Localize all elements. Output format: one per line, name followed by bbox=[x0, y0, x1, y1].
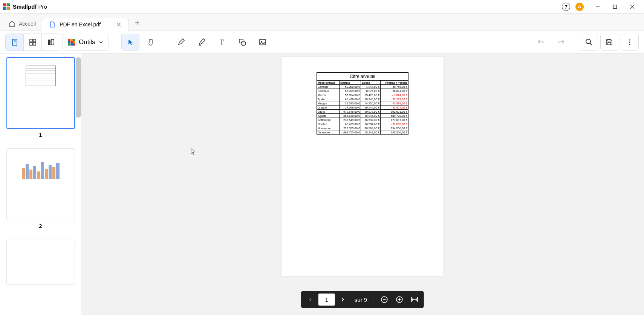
home-icon bbox=[8, 20, 16, 28]
page-number-input[interactable] bbox=[318, 294, 335, 306]
prev-page-button[interactable] bbox=[303, 292, 318, 307]
svg-point-27 bbox=[629, 41, 630, 43]
header-month: Mese Entrate bbox=[317, 81, 340, 85]
window-minimize-button[interactable] bbox=[589, 0, 606, 14]
pencil-tool-button[interactable] bbox=[172, 34, 190, 50]
annual-figures-table: Cifre annuali Mese Entrate Entrate Spese… bbox=[317, 72, 408, 135]
svg-rect-11 bbox=[33, 39, 36, 42]
new-tab-button[interactable]: + bbox=[130, 16, 145, 31]
table-row: Luglio972.546,00 €69.875,00 €902.671,00 … bbox=[317, 110, 408, 114]
table-row: Settembre233.549,00 €56.532,00 €177.017,… bbox=[317, 118, 408, 122]
two-page-icon bbox=[47, 38, 55, 46]
more-menu-button[interactable] bbox=[621, 34, 639, 50]
svg-text:T: T bbox=[220, 38, 224, 46]
view-two-page-button[interactable] bbox=[42, 34, 60, 50]
thumbnail-label-2: 2 bbox=[2, 223, 80, 229]
svg-point-22 bbox=[586, 39, 590, 44]
zoom-in-button[interactable] bbox=[392, 292, 407, 307]
text-tool-button[interactable]: T bbox=[213, 34, 231, 50]
shape-tool-button[interactable] bbox=[233, 34, 251, 50]
sidebar-scrollbar[interactable] bbox=[76, 57, 81, 118]
user-avatar[interactable]: A bbox=[575, 3, 584, 11]
page-controls: sur 9 bbox=[301, 291, 424, 308]
cursor-icon bbox=[127, 38, 134, 46]
table-row: Aprile65.478,00 €98.745,00 €- 33.267,00 … bbox=[317, 97, 408, 101]
highlight-tool-button[interactable] bbox=[193, 34, 211, 50]
svg-point-28 bbox=[629, 44, 630, 45]
thumbnail-sidebar[interactable]: 1 2 bbox=[0, 54, 81, 315]
svg-rect-14 bbox=[48, 40, 50, 45]
table-title: Cifre annuali bbox=[317, 73, 408, 81]
single-page-icon bbox=[11, 38, 19, 46]
svg-rect-15 bbox=[51, 40, 54, 45]
help-icon[interactable]: ? bbox=[562, 3, 570, 11]
table-row: Giugno24.568,00 €66.545,00 €- 41.977,00 … bbox=[317, 106, 408, 110]
next-page-button[interactable] bbox=[336, 292, 350, 307]
svg-rect-12 bbox=[30, 43, 32, 45]
tools-label: Outils bbox=[79, 38, 95, 46]
app-logo-icon bbox=[3, 3, 10, 10]
table-row: Marzo57.654,00 €65.478,00 €- 7.824,00 € bbox=[317, 93, 408, 97]
svg-rect-13 bbox=[33, 43, 36, 45]
tab-bar: Accueil PDF en Excel.pdf + bbox=[0, 14, 644, 31]
app-title: Smallpdf Pro bbox=[13, 3, 47, 10]
save-button[interactable] bbox=[600, 34, 618, 50]
svg-rect-24 bbox=[608, 40, 610, 41]
fit-width-icon bbox=[411, 296, 418, 303]
document-canvas[interactable]: Cifre annuali Mese Entrate Entrate Spese… bbox=[81, 54, 644, 315]
header-income: Entrate bbox=[340, 81, 361, 85]
search-icon bbox=[585, 38, 593, 46]
svg-rect-20 bbox=[260, 40, 266, 45]
search-button[interactable] bbox=[580, 34, 598, 50]
tab-file[interactable]: PDF en Excel.pdf bbox=[42, 18, 129, 31]
file-icon bbox=[49, 21, 56, 28]
table-row: Gennaio50.000,00 €1.244,00 €48.756,00 € bbox=[317, 85, 408, 89]
hand-icon bbox=[147, 38, 154, 46]
svg-point-19 bbox=[241, 41, 246, 46]
header-expenses: Spese bbox=[361, 81, 381, 85]
tools-dropdown[interactable]: Outils bbox=[63, 34, 109, 50]
view-grid-button[interactable] bbox=[24, 34, 42, 50]
chevron-left-icon bbox=[308, 297, 313, 302]
undo-button[interactable] bbox=[532, 34, 550, 50]
tools-grid-icon bbox=[68, 39, 75, 46]
svg-rect-6 bbox=[12, 39, 17, 45]
thumbnail-page-2[interactable] bbox=[6, 148, 75, 220]
pan-tool-button[interactable] bbox=[142, 34, 160, 50]
page-1: Cifre annuali Mese Entrate Entrate Spese… bbox=[281, 57, 444, 276]
thumbnail-label-1: 1 bbox=[2, 132, 80, 138]
table-row: Febbraio65.789,00 €8.975,00 €56.814,00 € bbox=[317, 89, 408, 93]
chevron-down-icon bbox=[99, 40, 103, 44]
zoom-in-icon bbox=[396, 296, 403, 303]
toolbar: Outils T bbox=[0, 31, 644, 54]
thumbnail-page-3[interactable] bbox=[6, 240, 75, 285]
mouse-cursor-icon bbox=[190, 148, 196, 156]
select-tool-button[interactable] bbox=[121, 34, 139, 50]
tab-close-button[interactable] bbox=[116, 21, 122, 28]
image-icon bbox=[259, 38, 267, 46]
view-single-page-button[interactable] bbox=[6, 34, 24, 50]
undo-icon bbox=[537, 38, 545, 46]
table-row: Ottobre65.499,00 €96.584,00 €- 31.085,00… bbox=[317, 122, 408, 126]
svg-point-26 bbox=[629, 39, 630, 40]
svg-rect-10 bbox=[30, 39, 32, 42]
redo-button[interactable] bbox=[552, 34, 570, 50]
save-icon bbox=[605, 38, 613, 46]
zoom-out-button[interactable] bbox=[377, 292, 392, 307]
fit-width-button[interactable] bbox=[407, 292, 422, 307]
window-maximize-button[interactable] bbox=[606, 0, 624, 14]
tab-home-label: Accueil bbox=[19, 21, 36, 27]
table-row: Maggio12.345,00 €54.236,00 €- 41.891,00 … bbox=[317, 101, 408, 106]
table-row: Novembre213.555,00 €78.999,00 €134.556,0… bbox=[317, 126, 408, 130]
highlighter-icon bbox=[197, 38, 206, 46]
svg-rect-25 bbox=[608, 43, 611, 45]
tab-home[interactable]: Accueil bbox=[3, 17, 41, 31]
zoom-out-icon bbox=[381, 296, 388, 303]
thumbnail-page-1[interactable] bbox=[6, 57, 75, 129]
redo-icon bbox=[557, 38, 565, 46]
grid-icon bbox=[29, 38, 37, 46]
page-total-label: sur 9 bbox=[351, 297, 371, 303]
window-close-button[interactable] bbox=[624, 0, 641, 14]
image-tool-button[interactable] bbox=[254, 34, 272, 50]
svg-rect-1 bbox=[613, 5, 617, 8]
